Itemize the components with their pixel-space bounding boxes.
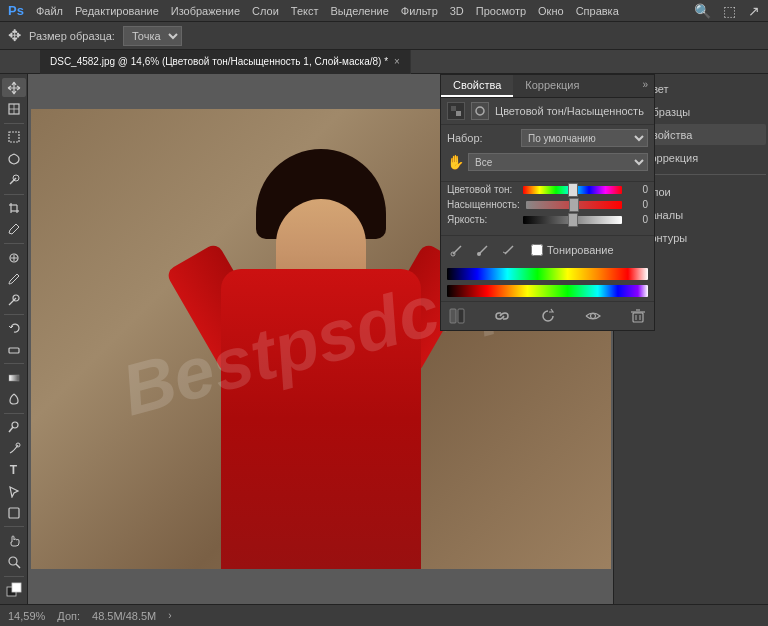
svg-rect-20 [9, 508, 19, 518]
tab-bar: DSC_4582.jpg @ 14,6% (Цветовой тон/Насыщ… [0, 50, 768, 74]
crop-tool[interactable] [2, 198, 26, 217]
magic-wand-tool[interactable] [2, 170, 26, 189]
doc-size: 48.5М/48.5М [92, 610, 156, 622]
link-icon[interactable] [492, 306, 512, 326]
sample-size-select[interactable]: Точка [123, 26, 182, 46]
svg-line-22 [16, 564, 20, 568]
svg-rect-26 [456, 111, 461, 116]
menu-view[interactable]: Просмотр [476, 5, 526, 17]
menu-filter[interactable]: Фильтр [401, 5, 438, 17]
tab-title: DSC_4582.jpg @ 14,6% (Цветовой тон/Насыщ… [50, 56, 388, 67]
artboard-tool[interactable] [2, 99, 26, 118]
svg-point-21 [9, 557, 17, 565]
hue-slider-track[interactable] [523, 186, 622, 194]
svg-point-27 [476, 107, 484, 115]
color-bar-2 [447, 285, 648, 297]
colorize-label[interactable]: Тонирование [547, 244, 614, 256]
history-brush-tool[interactable] [2, 319, 26, 338]
zoom-tool[interactable] [2, 553, 26, 572]
lasso-tool[interactable] [2, 149, 26, 168]
hue-value: 0 [628, 184, 648, 195]
eyedropper-tool[interactable] [2, 220, 26, 239]
menu-text[interactable]: Текст [291, 5, 319, 17]
expand-panel-button[interactable]: » [636, 75, 654, 97]
tab-close-button[interactable]: × [394, 56, 400, 67]
tab-correction[interactable]: Коррекция [513, 75, 591, 97]
svg-point-32 [590, 314, 595, 319]
search-icon[interactable]: 🔍 [694, 3, 711, 19]
layer-type-icon-2 [471, 102, 489, 120]
channel-select[interactable]: Все [468, 153, 648, 171]
colorize-checkbox[interactable] [531, 244, 543, 256]
status-bar: 14,59% Доп: 48.5М/48.5М › [0, 604, 768, 626]
svg-rect-30 [450, 309, 456, 323]
svg-rect-33 [633, 313, 643, 322]
svg-line-14 [9, 298, 16, 305]
menu-select[interactable]: Выделение [331, 5, 389, 17]
zoom-level: 14,59% [8, 610, 45, 622]
blur-tool[interactable] [2, 390, 26, 409]
svg-rect-16 [9, 375, 19, 381]
type-tool[interactable]: T [2, 460, 26, 479]
nav-arrow-right[interactable]: › [168, 610, 171, 621]
document-tab[interactable]: DSC_4582.jpg @ 14,6% (Цветовой тон/Насыщ… [40, 50, 411, 74]
preset-select[interactable]: По умолчанию [521, 129, 648, 147]
menu-help[interactable]: Справка [576, 5, 619, 17]
marquee-tool[interactable] [2, 128, 26, 147]
foreground-color[interactable] [2, 581, 26, 600]
menu-3d[interactable]: 3D [450, 5, 464, 17]
hue-slider-thumb[interactable] [568, 183, 578, 197]
props-tools-row: Тонирование [441, 235, 654, 264]
svg-rect-25 [451, 106, 456, 111]
saturation-slider-track[interactable] [526, 201, 622, 209]
healing-brush-tool[interactable] [2, 248, 26, 267]
brightness-slider-track[interactable] [523, 216, 622, 224]
gradient-tool[interactable] [2, 368, 26, 387]
options-bar: ✥ Размер образца: Точка [0, 22, 768, 50]
svg-line-18 [9, 427, 13, 432]
menu-layers[interactable]: Слои [252, 5, 279, 17]
left-toolbar: T [0, 74, 28, 604]
brightness-label: Яркость: [447, 214, 517, 225]
dodge-tool[interactable] [2, 418, 26, 437]
sample-tool-1[interactable] [447, 240, 467, 260]
layer-type-name: Цветовой тон/Насыщенность [495, 105, 644, 117]
brush-tool[interactable] [2, 269, 26, 288]
preset-label: Набор: [447, 132, 517, 144]
sample-tool-3[interactable] [499, 240, 519, 260]
sample-tool-2[interactable] [473, 240, 493, 260]
path-selection-tool[interactable] [2, 482, 26, 501]
shape-tool[interactable] [2, 503, 26, 522]
colorize-row: Тонирование [525, 240, 620, 260]
mask-icon[interactable] [447, 306, 467, 326]
props-header: Цветовой тон/Насыщенность [441, 98, 654, 125]
brightness-value: 0 [628, 214, 648, 225]
workspace-icon[interactable]: ⬚ [723, 3, 736, 19]
move-tool[interactable] [2, 78, 26, 97]
menu-window[interactable]: Окно [538, 5, 564, 17]
delete-icon[interactable] [628, 306, 648, 326]
visibility-icon[interactable] [583, 306, 603, 326]
reset-icon[interactable] [538, 306, 558, 326]
props-bottom-icons [441, 301, 654, 330]
saturation-value: 0 [628, 199, 648, 210]
eraser-tool[interactable] [2, 340, 26, 359]
brightness-slider-thumb[interactable] [568, 213, 578, 227]
saturation-slider-thumb[interactable] [569, 198, 579, 212]
layer-type-icon-1 [447, 102, 465, 120]
tab-properties[interactable]: Свойства [441, 75, 513, 97]
clone-stamp-tool[interactable] [2, 291, 26, 310]
menu-image[interactable]: Изображение [171, 5, 240, 17]
color-bars [441, 264, 654, 301]
hue-label: Цветовой тон: [447, 184, 517, 195]
properties-floating-panel: Свойства Коррекция » Цветовой тон/Насыще… [440, 74, 655, 331]
sliders-container: Цветовой тон: 0 Насыщенность: 0 Яркость:… [441, 182, 654, 235]
menu-file[interactable]: Файл [36, 5, 63, 17]
saturation-label: Насыщенность: [447, 199, 520, 210]
menu-edit[interactable]: Редактирование [75, 5, 159, 17]
hand-tool[interactable] [2, 531, 26, 550]
channel-hand-icon[interactable]: ✋ [447, 154, 464, 170]
share-icon[interactable]: ↗ [748, 3, 760, 19]
svg-rect-24 [12, 583, 21, 592]
pen-tool[interactable] [2, 439, 26, 458]
